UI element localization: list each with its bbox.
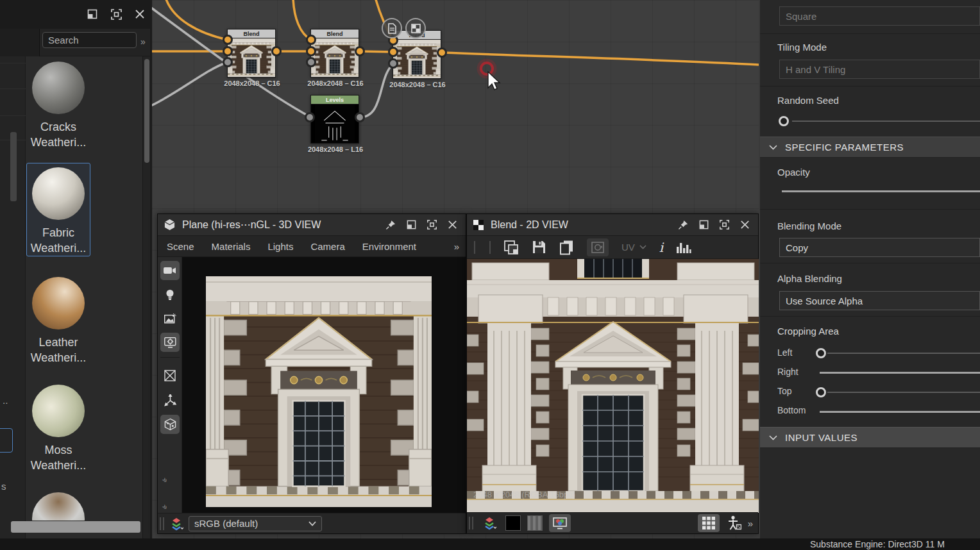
crop-right-track[interactable] [820,372,980,374]
material-sphere [32,277,85,329]
opacity-track[interactable] [782,190,980,192]
chevron-down-icon [769,145,777,150]
crop-left-knob[interactable] [816,348,826,358]
pin-icon[interactable] [385,219,396,230]
crop-left-track[interactable] [827,353,980,354]
material-item-fabric[interactable]: Fabric Weatheri... [26,163,90,256]
background-color-swatch[interactable] [505,515,521,531]
view2d-titlebar[interactable]: Blend - 2D VIEW [467,214,758,236]
menu-environment[interactable]: Environment [362,241,416,252]
maximize-icon[interactable] [719,219,730,230]
panel-grip-chevrons[interactable]: » [160,475,171,485]
uv-label: UV [621,242,635,253]
color-channels-icon[interactable] [169,517,183,531]
fragment-scrollbar[interactable] [10,132,17,201]
float-window-icon[interactable] [406,219,417,230]
material-item-partial[interactable] [26,488,90,521]
material-item-moss[interactable]: Moss Weatheri... [26,381,90,473]
material-name-line1: Leather [26,335,90,350]
float-window-icon[interactable] [87,8,99,21]
pin-icon[interactable] [678,219,689,230]
crop-bottom-track[interactable] [820,411,980,413]
view3d-menubar: Scene Materials Lights Camera Environmen… [158,236,466,257]
node-blend-1[interactable]: Blend 2048x2048 – C16 [227,29,276,78]
tiling-mode-dropdown[interactable]: H and V Tiling [779,60,980,79]
material-sphere [32,492,85,521]
menu-materials[interactable]: Materials [212,241,251,252]
material-name-line1: Cracks [26,119,90,135]
display-filter-button[interactable] [549,514,571,532]
material-name-line2: Weatheri... [26,350,90,365]
transform-view-button[interactable] [587,238,609,256]
library-tab-stub[interactable] [0,29,40,56]
colorspace-select[interactable]: sRGB (default) [189,516,322,531]
fragment-selected-row[interactable] [0,428,13,453]
view3d-titlebar[interactable]: Plane (hi-res⋯nGL - 3D VIEW [158,214,466,236]
random-seed-track[interactable] [792,121,980,122]
node-levels[interactable]: Levels 2048x2048 – L16 [310,95,359,144]
close-icon[interactable] [739,219,750,230]
axis-gizmo-button[interactable] [160,390,180,410]
view3d-toolbar: » » [158,257,182,513]
library-horizontal-scrollbar[interactable] [11,521,140,533]
view2d-image[interactable]: 2048 x 2048 (RGBA 16bpc) [467,259,759,513]
cube-3d-icon [164,219,176,231]
search-input[interactable] [42,32,137,48]
alpha-blending-value: Use Source Alpha [786,296,863,306]
geometry-select-button[interactable] [160,415,180,434]
material-item-leather[interactable]: Leather Weatheri... [26,273,90,365]
panel-grip-chevrons[interactable]: » [160,502,171,512]
tiling-grid-button[interactable] [698,514,720,532]
graph-doc-button[interactable] [382,18,402,38]
environment-tool-button[interactable] [160,309,180,328]
node-blend-2[interactable]: Blend 2048x2048 – C16 [310,29,359,78]
node-title: Blend [228,29,275,38]
histogram-button[interactable] [676,241,691,254]
view3d-viewport[interactable] [182,257,466,513]
menu-overflow-chevrons[interactable]: » [454,241,466,252]
camera-tool-button[interactable] [160,261,180,280]
display-settings-button[interactable] [160,333,180,352]
status-bar: Substance Engine: Direct3D 11 M [0,538,980,550]
blending-mode-dropdown[interactable]: Copy [779,238,980,257]
maximize-icon[interactable] [110,8,123,21]
input-values-header[interactable]: INPUT VALUES [760,427,980,448]
maximize-icon[interactable] [427,219,437,230]
search-expand-chevrons[interactable]: » [140,37,146,47]
crop-top-knob[interactable] [816,387,826,397]
info-button[interactable]: i [659,240,663,255]
mannequin-random-button[interactable] [727,515,741,531]
graph-2dview-button[interactable] [405,18,426,38]
wireframe-toggle-button[interactable] [160,366,180,385]
alpha-blending-dropdown[interactable]: Use Source Alpha [779,291,980,310]
pattern-swatch[interactable] [527,515,543,531]
crop-top-track[interactable] [827,392,980,393]
axis-icon [164,394,176,406]
close-icon[interactable] [447,219,458,230]
color-channels-icon[interactable] [482,516,496,530]
node-caption: 2048x2048 – C16 [206,79,298,87]
menu-camera[interactable]: Camera [310,241,344,252]
uv-mode-dropdown[interactable]: UV [621,242,646,253]
close-icon[interactable] [134,8,147,21]
random-seed-knob[interactable] [779,116,789,126]
material-name-line1: Fabric [27,225,90,240]
menu-lights[interactable]: Lights [267,241,293,252]
toolbar-overflow-chevrons[interactable]: » [748,518,753,529]
material-name-line2: Weatheri... [26,135,90,150]
copy-button[interactable] [559,240,574,255]
library-vertical-scrollbar[interactable] [142,56,150,538]
engine-status-text: Substance Engine: Direct3D 11 M [810,539,945,549]
specific-parameters-header[interactable]: SPECIFIC PARAMETERS [760,137,980,158]
random-seed-label: Random Seed [777,95,839,106]
material-item-cracks[interactable]: Cracks Weatheri... [26,58,90,150]
menu-scene[interactable]: Scene [167,241,194,252]
copy-image-button[interactable] [503,240,519,255]
light-tool-button[interactable] [160,285,180,304]
float-window-icon[interactable] [698,219,709,230]
save-button[interactable] [532,240,546,254]
node-title: Levels [311,96,359,104]
properties-panel: Square Tiling Mode H and V Tiling Random… [759,0,980,538]
environment-image-icon [164,313,176,324]
output-size-dropdown[interactable]: Square [779,6,980,26]
